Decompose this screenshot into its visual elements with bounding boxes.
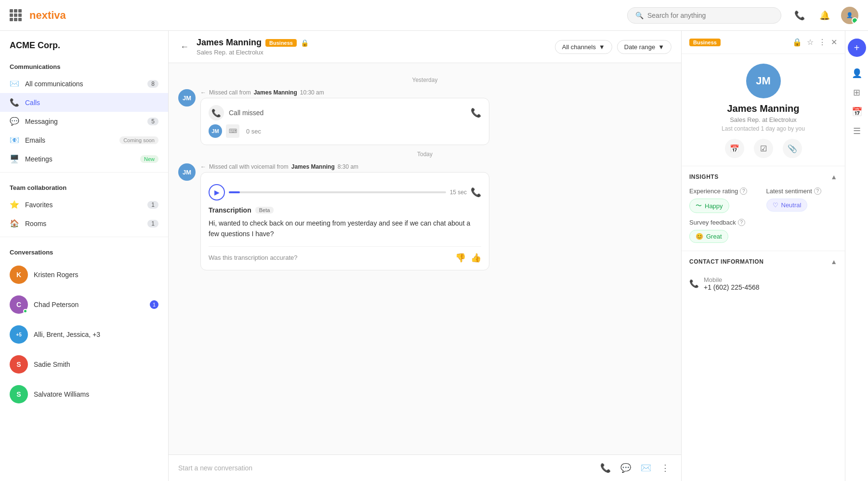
chad-badge: 1 <box>150 300 158 309</box>
sidebar-item-emails[interactable]: 📧 Emails Coming soon <box>0 131 168 149</box>
conv-item-sadie[interactable]: S Sadie Smith <box>0 349 168 379</box>
thumbs-up-button[interactable]: 👍 <box>471 253 481 263</box>
kristen-name: Kristen Rogers <box>34 271 79 279</box>
play-button[interactable]: ▶ <box>209 184 225 200</box>
business-badge: Business <box>265 39 297 47</box>
search-input[interactable] <box>647 12 773 19</box>
right-panel-lock-icon: 🔒 <box>792 38 802 47</box>
sidebar-calendar-icon[interactable]: 📅 <box>848 103 866 120</box>
all-channels-btn[interactable]: All channels ▼ <box>555 40 612 54</box>
sidebar-item-rooms[interactable]: 🏠 Rooms 1 <box>0 214 168 233</box>
conv-item-group[interactable]: +5 Alli, Brent, Jessica, +3 <box>0 320 168 349</box>
mobile-row: 📞 Mobile +1 (602) 225-4568 <box>689 272 837 295</box>
new-call-button[interactable]: 📞 <box>598 461 613 475</box>
salvatore-name: Salvatore Williams <box>34 390 89 398</box>
msg-header-2: ← Missed call with voicemail from James … <box>200 163 671 170</box>
salvatore-avatar: S <box>10 385 28 403</box>
transcription-text: Hi, wanted to check back on our meeting … <box>209 218 481 240</box>
messaging-badge: 5 <box>147 118 158 125</box>
date-range-btn[interactable]: Date range ▼ <box>617 40 671 54</box>
sidebar-item-all-communications[interactable]: ✉️ All communications 8 <box>0 74 168 93</box>
back-button[interactable]: ← <box>178 40 191 54</box>
main-layout: ACME Corp. Communications ✉️ All communi… <box>0 31 868 481</box>
profile-tasks-icon[interactable]: ☑ <box>754 139 773 158</box>
jm-avatar-1: JM <box>178 89 196 107</box>
latest-sentiment-label: Latest sentiment ? <box>766 187 838 195</box>
audio-duration: 15 sec <box>450 189 467 196</box>
msg-header-1: ← Missed call from James Manning 10:30 a… <box>200 89 671 96</box>
date-label-today: Today <box>178 151 671 158</box>
sidebar-item-calls[interactable]: 📞 Calls <box>0 93 168 112</box>
rooms-icon: 🏠 <box>10 219 19 228</box>
icon-sidebar: + 👤 ⊞ 📅 ☰ <box>845 31 868 481</box>
phone-icon-btn[interactable]: 📞 <box>791 7 808 24</box>
emails-icon: 📧 <box>10 135 19 145</box>
experience-rating-item: Experience rating ? 〜 Happy <box>689 187 761 213</box>
grid-menu-icon[interactable] <box>10 9 22 21</box>
sidebar-grid-icon[interactable]: ⊞ <box>848 84 866 101</box>
chat-contact-name: James Manning Business 🔒 <box>197 38 549 48</box>
user-avatar[interactable]: 👤 <box>841 7 858 24</box>
experience-info-icon[interactable]: ? <box>740 187 747 195</box>
contact-info-content: 📞 Mobile +1 (602) 225-4568 <box>682 272 845 303</box>
missed-call-icon: 📞 <box>209 105 224 120</box>
chat-messages: Yesterday JM ← Missed call from James Ma… <box>169 63 681 454</box>
profile-last-contacted: Last contacted 1 day ago by you <box>722 125 805 132</box>
sidebar-item-favorites[interactable]: ⭐ Favorites 1 <box>0 195 168 214</box>
profile-calendar-icon[interactable]: 📅 <box>725 139 744 158</box>
right-panel-close-icon[interactable]: ✕ <box>831 38 837 47</box>
add-fab-button[interactable]: + <box>848 39 866 57</box>
chat-header-actions: All channels ▼ Date range ▼ <box>555 40 671 54</box>
conv-item-kristen[interactable]: K Kristen Rogers <box>0 260 168 290</box>
voicemail-call-back-icon[interactable]: 📞 <box>471 187 481 198</box>
chat-header: ← James Manning Business 🔒 Sales Rep. at… <box>169 31 681 63</box>
all-comms-icon: ✉️ <box>10 79 19 88</box>
voicemail-message: JM ← Missed call with voicemail from Jam… <box>178 163 671 270</box>
rooms-badge: 1 <box>147 220 158 227</box>
experience-value-chip: 〜 Happy <box>689 199 729 213</box>
insights-section-header[interactable]: INSIGHTS ▲ <box>682 166 845 187</box>
beta-badge: Beta <box>255 207 274 214</box>
insights-chevron: ▲ <box>830 173 837 181</box>
profile-attachment-icon[interactable]: 📎 <box>783 139 802 158</box>
mobile-label: Mobile <box>704 276 760 283</box>
new-email-button[interactable]: ✉️ <box>639 461 653 475</box>
voicemail-bubble: ▶ 15 sec 📞 Transcription Beta <box>200 172 489 270</box>
jm-avatar-2: JM <box>178 163 196 181</box>
communications-label: Communications <box>0 55 168 74</box>
right-panel-more-icon[interactable]: ⋮ <box>818 38 826 47</box>
call-back-icon[interactable]: 📞 <box>471 107 481 118</box>
msg-content-2: ← Missed call with voicemail from James … <box>200 163 671 270</box>
sidebar-list-icon[interactable]: ☰ <box>848 122 866 140</box>
mobile-info: Mobile +1 (602) 225-4568 <box>704 276 760 291</box>
audio-progress-bar[interactable] <box>229 191 446 193</box>
sidebar-person-icon[interactable]: 👤 <box>848 65 866 82</box>
sidebar-header: ACME Corp. <box>0 31 168 55</box>
chat-header-info: James Manning Business 🔒 Sales Rep. at E… <box>197 38 549 56</box>
happy-icon: 〜 <box>696 201 702 210</box>
sidebar-item-meetings[interactable]: 🖥️ Meetings New <box>0 149 168 168</box>
sentiment-info-icon[interactable]: ? <box>814 187 821 195</box>
company-title: ACME Corp. <box>10 40 60 50</box>
topnav-actions: 📞 🔔 👤 <box>791 7 858 24</box>
more-options-button[interactable]: ⋮ <box>659 461 671 475</box>
thumbs-down-button[interactable]: 👎 <box>455 253 466 263</box>
meetings-new-badge: New <box>140 155 158 163</box>
msg-content-1: ← Missed call from James Manning 10:30 a… <box>200 89 671 145</box>
sidebar-item-messaging[interactable]: 💬 Messaging 5 <box>0 112 168 131</box>
conv-item-salvatore[interactable]: S Salvatore Williams <box>0 379 168 409</box>
search-bar[interactable]: 🔍 <box>627 7 781 24</box>
conversations-label: Conversations <box>0 241 168 260</box>
right-panel-star-icon[interactable]: ☆ <box>807 38 814 47</box>
bell-icon-btn[interactable]: 🔔 <box>816 7 833 24</box>
calls-label: Calls <box>25 99 158 107</box>
contact-info-header[interactable]: CONTACT INFORMATION ▲ <box>682 251 845 272</box>
chad-avatar: C <box>10 295 28 314</box>
emails-coming-soon-badge: Coming soon <box>119 136 158 144</box>
conv-item-chad[interactable]: C Chad Peterson 1 <box>0 290 168 320</box>
neutral-icon: ♡ <box>773 201 778 209</box>
zero-sec-label: 0 sec <box>246 128 261 135</box>
survey-info-icon[interactable]: ? <box>738 219 745 226</box>
new-message-button[interactable]: 💬 <box>618 461 633 475</box>
all-comms-label: All communications <box>25 80 142 88</box>
